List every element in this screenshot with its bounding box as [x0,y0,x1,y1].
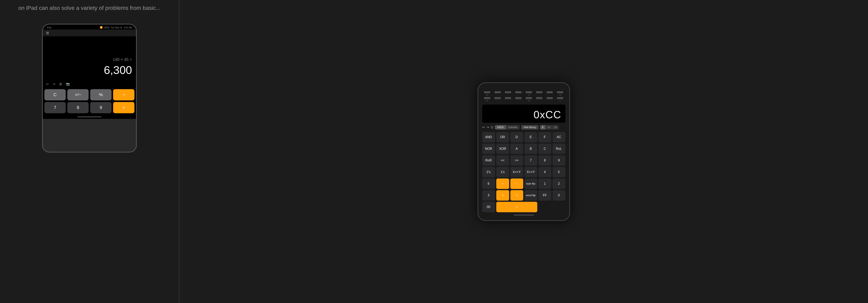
btn-0[interactable]: 0 [553,190,565,201]
ipad-status-bar: iPad 📶 100% Tue Sep 14 9:41 AM [43,25,136,30]
binary-group: 0000 [505,97,511,102]
undo-button[interactable]: ↩ [482,125,485,129]
btn-a[interactable]: A [510,143,523,154]
btn-xor[interactable]: XOR [496,143,509,154]
btn-xlshifty[interactable]: X<<Y [510,167,523,177]
home-bar [514,215,534,215]
btn-00[interactable]: 00 [482,202,495,212]
btn-rol[interactable]: RoL [553,143,565,154]
base-8[interactable]: 8 [540,125,546,130]
ipad-btn-9[interactable]: 9 [90,102,112,113]
date-time: Tue Sep 14 9:41 AM [111,26,132,29]
btn-ror[interactable]: RoR [482,155,495,166]
binary-group: 0000 0 [557,97,563,102]
ipad-container: iPad 📶 100% Tue Sep 14 9:41 AM ⊞ [42,24,136,153]
ipad-btn-plusminus[interactable]: +/− [67,89,89,100]
btn-f[interactable]: F [538,132,551,142]
base-selector: 8 10 16 [540,125,559,130]
right-panel: 0000 63 0000 0000 0000 [179,0,868,303]
btn-nor[interactable]: NOR [482,143,495,154]
btn-and[interactable]: AND [482,132,495,142]
redo-button[interactable]: ↪ [487,125,489,129]
btn-ac[interactable]: AC [553,132,565,142]
btn-wordflip[interactable]: word flip [524,190,537,201]
tab-ascii[interactable]: ASCII [495,125,506,130]
btn-ff[interactable]: FF [538,190,551,201]
binary-group: 0000 31 [484,97,491,102]
btn-b[interactable]: B [524,143,537,154]
undo-icon[interactable]: ↩ [46,82,49,86]
ipad-btn-multiply[interactable]: × [113,102,134,113]
btn-c-hex[interactable]: C [538,143,551,154]
btn-2s[interactable]: 2's [482,167,495,177]
battery-percent: 100% [104,26,110,29]
binary-group: 0000 [536,97,542,102]
btn-byteflip[interactable]: byte flip [524,178,537,189]
btn-4[interactable]: 4 [538,167,551,177]
hide-binary-button[interactable]: Hide Binary [521,125,538,130]
btn-xrshifty[interactable]: X>>Y [524,167,537,177]
home-indicator [482,212,565,216]
copy-button[interactable]: ⊡ [491,125,493,129]
base-16[interactable]: 16 [552,125,559,130]
binary-display: 0000 63 0000 0000 0000 [482,89,565,104]
main-display: 0xCC [482,105,565,123]
sidebar-icon[interactable]: ⊞ [46,31,49,35]
home-bar [78,116,101,117]
ipad-status-right: 📶 100% Tue Sep 14 9:41 AM [100,26,132,29]
binary-group: 0000 [516,97,522,102]
calculator-frame: 0000 63 0000 0000 0000 [477,82,570,221]
binary-group: 0000 [494,91,501,96]
btn-e[interactable]: E [524,132,537,142]
ipad-btn-divide[interactable]: ÷ [113,89,134,100]
btn-7[interactable]: 7 [524,155,537,166]
tab-unicode[interactable]: Unicode [506,125,520,130]
camera-icon[interactable]: 📷 [66,82,70,86]
btn-6[interactable]: 6 [482,178,495,189]
binary-group: 0000 63 [484,91,491,96]
btn-minus[interactable]: − [510,178,523,189]
ipad-home-indicator [43,115,136,119]
btn-8[interactable]: 8 [538,155,551,166]
ascii-unicode-tabs: ASCII Unicode [495,125,520,130]
ipad-label: iPad [47,26,51,29]
btn-d[interactable]: D [510,132,523,142]
ipad-frame: iPad 📶 100% Tue Sep 14 9:41 AM ⊞ [42,24,136,153]
ipad-btn-percent[interactable]: % [90,89,112,100]
btn-or[interactable]: OR [496,132,509,142]
ipad-btn-8: 8 [67,102,89,113]
binary-group: 0000 15 [526,97,532,102]
ipad-equation: 140 × 45 = [113,57,132,62]
btn-1[interactable]: 1 [538,178,551,189]
btn-1s[interactable]: 1's [496,167,509,177]
btn-equals[interactable]: = [496,202,537,212]
ipad-keypad: C +/− % ÷ 7 8 9 × [43,88,136,115]
binary-row-1: 0000 63 0000 0000 0000 [484,91,563,96]
btn-5[interactable]: 5 [553,167,565,177]
btn-multiply[interactable]: × [496,190,509,201]
controls-row: ↩ ↪ ⊡ ASCII Unicode Hide Binary 8 10 16 [482,124,565,131]
binary-group: 0000 [494,97,501,102]
binary-group: 0000 [536,91,542,96]
redo-icon[interactable]: ↪ [53,82,55,86]
calc-keypad: AND OR D E F AC NOR XOR A B C RoL RoR <<… [482,132,565,212]
binary-group: 0000 [516,91,522,96]
ipad-btn-7[interactable]: 7 [44,102,66,113]
binary-group: 0000 [505,91,511,96]
description-text: on iPad can also solve a variety of prob… [2,0,177,16]
btn-2[interactable]: 2 [553,178,565,189]
ipad-result: 6,300 [104,63,132,76]
btn-9[interactable]: 9 [553,155,565,166]
btn-plus[interactable]: + [510,190,523,201]
btn-divide[interactable]: ÷ [496,178,509,189]
ipad-btn-c[interactable]: C [44,89,66,100]
base-10[interactable]: 10 [546,125,552,130]
binary-group: 0000 47 [526,91,532,96]
btn-lshift[interactable]: << [496,155,509,166]
btn-rshift[interactable]: >> [510,155,523,166]
copy-icon[interactable]: ⊞ [59,82,62,86]
btn-3[interactable]: 3 [482,190,495,201]
binary-group: 0000 32 [557,91,563,96]
ipad-action-bar: ↩ ↪ ⊞ 📷 [43,80,136,88]
left-panel: on iPad can also solve a variety of prob… [0,0,179,303]
